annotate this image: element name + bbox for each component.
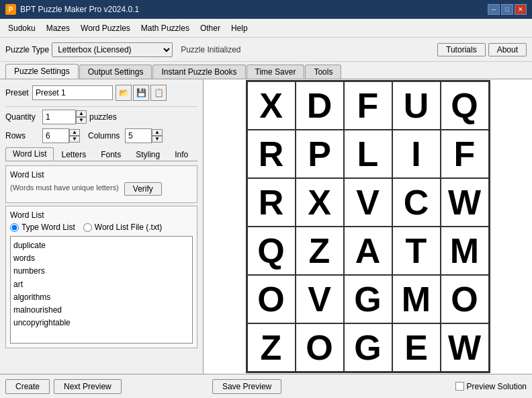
quantity-spinner-buttons: ▲ ▼	[76, 110, 87, 124]
columns-down-button[interactable]: ▼	[152, 136, 163, 143]
quantity-spinner: ▲ ▼	[42, 110, 87, 124]
quantity-input[interactable]	[42, 110, 76, 124]
bottom-bar: Create Next Preview Save Preview Preview…	[0, 374, 532, 398]
radio-file-label[interactable]: Word List File (.txt)	[83, 223, 162, 232]
title-bar: P BPT Puzzle Maker Pro v2024.0.1 ─ □ ✕	[0, 0, 532, 19]
grid-cell: O	[296, 323, 344, 372]
grid-cell: U	[392, 81, 441, 130]
preset-input[interactable]	[32, 85, 113, 100]
app-title: BPT Puzzle Maker Pro v2024.0.1	[20, 5, 139, 14]
menu-word-puzzles[interactable]: Word Puzzles	[75, 22, 136, 35]
preset-buttons: 📂 💾 📋	[116, 85, 167, 101]
grid-cell: O	[247, 275, 296, 323]
toolbar-right: Tutorials About	[437, 43, 527, 56]
tutorials-button[interactable]: Tutorials	[437, 43, 486, 56]
toolbar: Puzzle Type Letterbox (Licensed) Puzzle …	[0, 38, 532, 62]
tab-tools[interactable]: Tools	[305, 65, 341, 79]
left-panel: Preset 📂 💾 📋 Quantity ▲ ▼ puzzles	[0, 79, 204, 374]
sub-tab-bar: Word List Letters Fonts Styling Info	[5, 147, 197, 161]
tab-time-saver[interactable]: Time Saver	[247, 65, 305, 79]
radio-group: Type Word List Word List File (.txt)	[10, 223, 193, 232]
rows-spinner-buttons: ▲ ▼	[69, 129, 80, 143]
grid-cell: X	[247, 81, 296, 130]
tab-instant-puzzle-books[interactable]: Instant Puzzle Books	[152, 65, 245, 79]
sub-tab-info[interactable]: Info	[167, 148, 195, 161]
grid-cell: L	[344, 130, 392, 178]
grid-cell: D	[296, 81, 344, 130]
status-text: Puzzle Initialized	[181, 45, 240, 54]
radio-type-word-list-input[interactable]	[10, 223, 19, 232]
maximize-button[interactable]: □	[501, 4, 513, 15]
grid-cell: Q	[441, 81, 489, 130]
title-bar-left: P BPT Puzzle Maker Pro v2024.0.1	[5, 4, 139, 15]
columns-spinner-buttons: ▲ ▼	[152, 129, 163, 143]
rows-down-button[interactable]: ▼	[69, 136, 80, 143]
grid-cell: X	[296, 178, 344, 227]
hint-verify-row: (Words must have unique letters) Verify	[10, 182, 193, 196]
grid-cell: G	[344, 323, 392, 372]
puzzle-type-label: Puzzle Type	[5, 45, 49, 54]
menu-mazes[interactable]: Mazes	[41, 22, 75, 35]
radio-type-label: Type Word List	[21, 223, 75, 232]
sub-tab-fonts[interactable]: Fonts	[93, 148, 128, 161]
close-button[interactable]: ✕	[515, 4, 527, 15]
rows-up-button[interactable]: ▲	[69, 129, 80, 136]
puzzle-type-select[interactable]: Letterbox (Licensed)	[52, 42, 173, 57]
save-preview-button[interactable]: Save Preview	[212, 379, 281, 394]
menu-bar: Sudoku Mazes Word Puzzles Math Puzzles O…	[0, 19, 532, 38]
title-bar-controls: ─ □ ✕	[488, 4, 527, 15]
preset-saveas-button[interactable]: 📋	[150, 85, 167, 101]
sub-tab-word-list[interactable]: Word List	[5, 147, 54, 161]
menu-other[interactable]: Other	[195, 22, 226, 35]
columns-spinner: ▲ ▼	[125, 128, 163, 143]
separator-1	[5, 106, 197, 107]
grid-cell: E	[392, 323, 441, 372]
columns-up-button[interactable]: ▲	[152, 129, 163, 136]
word-list-item: malnourished	[13, 304, 189, 317]
preset-label: Preset	[5, 88, 32, 97]
grid-cell: C	[392, 178, 441, 227]
columns-label: Columns	[88, 131, 125, 141]
grid-cell: V	[344, 178, 392, 227]
word-list-box[interactable]: duplicatewordsnumbersartalgorithmsmalnou…	[10, 236, 193, 344]
radio-file-input[interactable]	[83, 223, 92, 232]
radio-file-text: Word List File (.txt)	[95, 223, 162, 232]
about-button[interactable]: About	[488, 43, 527, 56]
sub-tab-letters[interactable]: Letters	[54, 148, 93, 161]
sub-tab-styling[interactable]: Styling	[128, 148, 167, 161]
tab-output-settings[interactable]: Output Settings	[79, 65, 152, 79]
menu-math-puzzles[interactable]: Math Puzzles	[136, 22, 195, 35]
puzzles-text: puzzles	[89, 112, 117, 122]
minimize-button[interactable]: ─	[488, 4, 500, 15]
preset-save-button[interactable]: 💾	[133, 85, 149, 101]
quantity-label: Quantity	[5, 112, 42, 122]
preset-folder-button[interactable]: 📂	[116, 85, 132, 101]
hint-text: (Words must have unique letters)	[10, 184, 119, 192]
grid-cell: W	[441, 178, 489, 227]
quantity-up-button[interactable]: ▲	[76, 110, 87, 117]
columns-input[interactable]	[125, 128, 152, 143]
word-list-item: algorithms	[13, 291, 189, 304]
next-preview-button[interactable]: Next Preview	[54, 379, 122, 394]
main-tab-bar: Puzzle Settings Output Settings Instant …	[0, 62, 532, 79]
grid-cell: P	[296, 130, 344, 178]
puzzle-grid: XDFUQRPLIFRXVCWQZATMOVGMOZOGEW	[246, 80, 490, 373]
word-list-section: Word List (Words must have unique letter…	[5, 165, 197, 203]
verify-button[interactable]: Verify	[124, 182, 162, 196]
word-list-item: words	[13, 252, 189, 265]
tab-puzzle-settings[interactable]: Puzzle Settings	[5, 64, 79, 79]
rows-input[interactable]	[42, 128, 69, 143]
radio-type-word-list[interactable]: Type Word List	[10, 223, 75, 232]
menu-help[interactable]: Help	[226, 22, 253, 35]
grid-cell: V	[296, 275, 344, 323]
preview-solution-checkbox[interactable]	[455, 382, 464, 391]
menu-sudoku[interactable]: Sudoku	[3, 22, 41, 35]
preset-row: Preset 📂 💾 📋	[5, 85, 197, 101]
quantity-down-button[interactable]: ▼	[76, 117, 87, 124]
grid-cell: R	[247, 130, 296, 178]
word-list-input-section: Word List Type Word List Word List File …	[5, 206, 197, 348]
grid-cell: Z	[296, 227, 344, 275]
word-list-item: duplicate	[13, 239, 189, 252]
rows-label: Rows	[5, 131, 42, 141]
create-button[interactable]: Create	[5, 379, 50, 394]
